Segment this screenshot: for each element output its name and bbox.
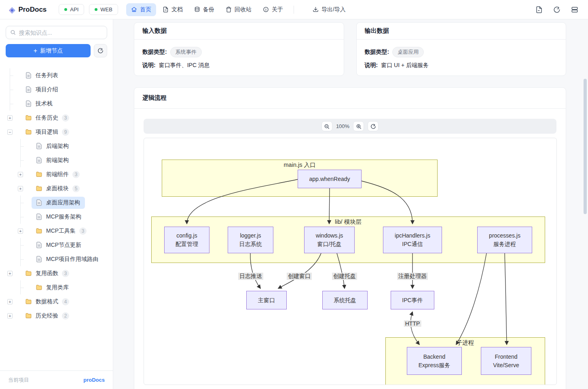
data-type-badge: 桌面应用 (392, 47, 424, 57)
flow-node-backend[interactable]: BackendExpress服务 (407, 347, 462, 375)
tree-item-label: MCP工具集 (46, 227, 76, 235)
flow-edge-windows-system-tray (337, 253, 345, 288)
tree-item-label: 前端组件 (46, 171, 69, 178)
zoom-in-button[interactable] (353, 121, 364, 131)
doc-icon (25, 86, 32, 93)
nav-item-database[interactable]: 备份 (189, 3, 219, 16)
main-nav: 首页文档备份回收站关于 (126, 3, 288, 16)
tree-item[interactable]: 复用类库 (0, 280, 113, 294)
tree-item[interactable]: MCP项目作用域路由 (0, 252, 113, 266)
tree-item[interactable]: 桌面应用架构 (0, 196, 113, 210)
refresh-icon (97, 48, 104, 54)
tree-item[interactable]: +历史经验2 (0, 309, 113, 323)
desc-text: 窗口事件、IPC 消息 (159, 62, 209, 69)
layout-rows-icon[interactable] (570, 5, 579, 14)
tree-item[interactable]: +复用函数3 (0, 266, 113, 280)
tree-connector (18, 280, 23, 294)
tree-item[interactable]: +MCP工具集3 (0, 224, 113, 238)
expand-icon[interactable]: + (7, 115, 13, 120)
tree-item-label: MCP节点更新 (46, 242, 81, 249)
count-badge: 3 (79, 227, 87, 235)
tree-item[interactable]: 前端架构 (0, 153, 113, 167)
flow-node-system-tray[interactable]: 系统托盘 (322, 291, 368, 309)
tree-item[interactable]: −项目逻辑9 (0, 125, 113, 139)
expand-icon[interactable]: + (7, 313, 13, 318)
flow-node-ipc-event[interactable]: IPC事件 (391, 291, 434, 309)
doc-icon (36, 242, 42, 248)
sidebar-footer: 当前项目 proDocs (0, 370, 113, 389)
search-input[interactable] (6, 26, 107, 39)
app-title: ProDocs (18, 6, 47, 14)
flow-node-frontend[interactable]: FrontendVite/Serve (481, 347, 531, 375)
tree-item[interactable]: +桌面模块5 (0, 181, 113, 196)
topbar-right-actions (535, 5, 579, 14)
database-icon (194, 6, 200, 13)
desc-text: 窗口 UI + 后端服务 (381, 62, 429, 69)
flow-card-title: 逻辑流程 (134, 88, 566, 109)
flow-edge-processes-frontend (505, 253, 507, 345)
tree-item[interactable]: 后端架构 (0, 139, 113, 153)
tree-item[interactable]: 项目介绍 (0, 82, 113, 97)
input-card-title: 输入数据 (134, 23, 344, 40)
tree-item[interactable]: +任务历史3 (0, 111, 113, 125)
flow-diagram[interactable]: main.js 入口lib/ 模块层子进程app.whenReadyconfig… (144, 138, 557, 385)
folder-icon (36, 284, 42, 291)
count-badge: 3 (62, 114, 69, 122)
data-cards-row: 输入数据 数据类型: 系统事件 说明: 窗口事件、IPC 消息 输出数据 (134, 22, 566, 76)
tree-refresh-button[interactable] (94, 44, 107, 57)
data-type-label: 数据类型: (142, 48, 167, 56)
info-icon (263, 6, 269, 13)
refresh-icon[interactable] (552, 5, 561, 14)
expand-icon[interactable]: + (18, 228, 23, 233)
doc-icon (36, 157, 42, 164)
flow-node-app-whenready[interactable]: app.whenReady (298, 170, 362, 188)
status-chip-api[interactable]: API (59, 4, 84, 15)
tree-item-label: 历史经验 (36, 312, 58, 320)
collapse-icon[interactable]: − (7, 129, 13, 135)
zoom-out-icon (324, 124, 330, 129)
expand-icon[interactable]: + (18, 172, 23, 177)
knowledge-tree: 任务列表项目介绍技术栈+任务历史3−项目逻辑9后端架构前端架构+前端组件3+桌面… (0, 68, 113, 370)
add-node-button[interactable]: + 新增节点 (6, 44, 91, 57)
doc-icon (36, 199, 42, 206)
scrollbar-thumb[interactable] (584, 79, 587, 214)
flow-node-config[interactable]: config.js配置管理 (164, 227, 209, 253)
expand-icon[interactable]: + (18, 186, 23, 191)
status-chip-web[interactable]: WEB (89, 4, 118, 15)
edge-label: HTTP (404, 320, 421, 327)
tree-item[interactable]: MCP节点更新 (0, 238, 113, 252)
export-import-button[interactable]: 导出/导入 (308, 3, 351, 16)
expand-icon[interactable]: + (7, 299, 13, 304)
tree-item-label: 前端架构 (46, 157, 69, 164)
zoom-out-button[interactable] (321, 121, 332, 131)
tree-item[interactable]: 任务列表 (0, 68, 113, 82)
file-icon[interactable] (535, 5, 544, 14)
folder-icon (25, 128, 32, 135)
flow-node-processes[interactable]: processes.js服务进程 (477, 227, 532, 253)
tree-item[interactable]: 技术栈 (0, 97, 113, 111)
nav-item-trash[interactable]: 回收站 (221, 3, 256, 16)
tree-item[interactable]: +数据格式4 (0, 294, 113, 309)
count-badge: 4 (62, 298, 69, 305)
flow-node-ipchandlers[interactable]: ipcHandlers.jsIPC通信 (383, 227, 442, 253)
flow-node-logger[interactable]: logger.js日志系统 (228, 227, 273, 253)
expand-icon[interactable]: + (7, 271, 13, 276)
nav-item-document[interactable]: 文档 (158, 3, 188, 16)
nav-item-home[interactable]: 首页 (126, 3, 156, 16)
download-icon (313, 6, 319, 13)
nav-item-info[interactable]: 关于 (258, 3, 288, 16)
sidebar-actions: + 新增节点 (6, 44, 107, 57)
tree-connector (18, 210, 23, 224)
tree-item[interactable]: MCP服务架构 (0, 210, 113, 224)
data-type-label: 数据类型: (365, 48, 389, 56)
tree-connector (18, 252, 23, 266)
search-icon (10, 29, 16, 35)
count-badge: 3 (62, 270, 69, 277)
flow-node-windows[interactable]: windows.js窗口/托盘 (304, 227, 355, 253)
reset-view-button[interactable] (368, 121, 379, 131)
current-project-name[interactable]: proDocs (83, 377, 105, 383)
green-dot-icon (64, 8, 67, 11)
edge-label: 注册处理器 (397, 273, 428, 280)
flow-node-main-window[interactable]: 主窗口 (246, 291, 287, 309)
tree-item[interactable]: +前端组件3 (0, 167, 113, 181)
